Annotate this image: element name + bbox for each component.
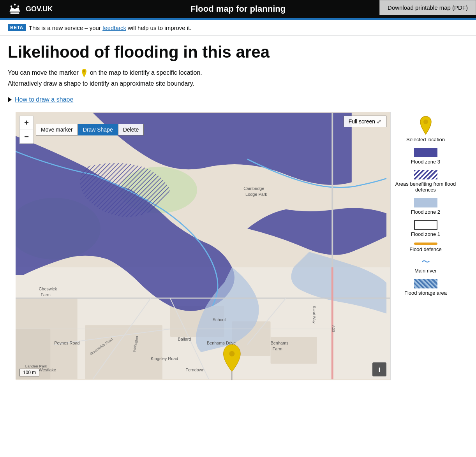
marker-icon-inline	[81, 69, 87, 77]
legend-flood-zone2: Flood zone 2	[395, 198, 457, 215]
beta-text: This is a new service – your feedback wi…	[29, 25, 192, 31]
legend-selected-location-label: Selected location	[406, 137, 445, 142]
svg-text:Kingsley Road: Kingsley Road	[151, 356, 178, 361]
info-button[interactable]: i	[372, 362, 386, 376]
flood-storage-swatch	[414, 279, 437, 288]
selected-location-marker	[418, 116, 434, 135]
draw-shape-link-row: How to draw a shape	[8, 96, 73, 103]
svg-point-19	[229, 351, 234, 357]
map-svg: Cambridge Lodge Park Cheswick Farm Poyne…	[16, 112, 390, 380]
description-line2: Alternatively draw a shape to identify a…	[8, 79, 468, 88]
action-row: How to draw a shape Download printable m…	[8, 90, 468, 109]
legend-main-river-label: Main river	[414, 268, 437, 274]
svg-text:Farm: Farm	[41, 292, 50, 297]
zoom-controls: + −	[19, 116, 33, 144]
map-section: Cambridge Lodge Park Cheswick Farm Poyne…	[16, 112, 460, 380]
delete-button[interactable]: Delete	[118, 124, 144, 135]
crown-icon	[8, 2, 22, 16]
svg-text:Meath: Meath	[27, 379, 39, 380]
legend-main-river: 〜 Main river	[395, 258, 457, 274]
svg-rect-5	[85, 325, 162, 379]
main-river-icon: 〜	[421, 258, 430, 266]
legend-flood-benefiting-label: Areas benefiting from flood defences	[395, 181, 457, 193]
legend-flood-benefiting: Areas benefiting from flood defences	[395, 170, 457, 193]
main-content: Likelihood of flooding in this area You …	[0, 35, 476, 380]
zoom-in-button[interactable]: +	[19, 116, 33, 130]
legend-flood-storage-label: Flood storage area	[404, 290, 447, 296]
svg-text:Benhams Drive: Benhams Drive	[207, 341, 236, 345]
map-legend: Selected location Flood zone 3 Areas ben…	[390, 112, 460, 380]
legend-flood-defence: Flood defence	[395, 243, 457, 252]
legend-flood-zone3-label: Flood zone 3	[411, 159, 440, 165]
scale-bar: 100 m	[19, 369, 39, 376]
zoom-out-button[interactable]: −	[19, 130, 33, 144]
page-title: Likelihood of flooding in this area	[8, 43, 468, 61]
svg-text:Farm: Farm	[273, 346, 282, 351]
svg-text:School: School	[213, 318, 226, 322]
svg-text:A23: A23	[331, 325, 336, 332]
flood-defence-swatch	[414, 243, 437, 245]
move-marker-button[interactable]: Move marker	[36, 124, 78, 135]
svg-text:Cheswick: Cheswick	[39, 287, 57, 291]
svg-text:Ballard: Ballard	[178, 337, 191, 341]
feedback-link[interactable]: feedback	[102, 25, 126, 31]
map-container[interactable]: Cambridge Lodge Park Cheswick Farm Poyne…	[16, 112, 390, 380]
svg-point-45	[423, 120, 428, 124]
gov-logo[interactable]: GOV.UK	[8, 2, 53, 16]
map-toolbar: + − Move marker Draw Shape Delete	[19, 116, 144, 144]
beta-banner: BETA This is a new service – your feedba…	[0, 20, 476, 35]
draw-shape-button[interactable]: Draw Shape	[78, 124, 118, 135]
flood-zone1-swatch	[414, 220, 437, 230]
legend-flood-zone1: Flood zone 1	[395, 220, 457, 237]
flood-zone2-swatch	[414, 198, 437, 207]
legend-flood-defence-label: Flood defence	[409, 246, 441, 252]
svg-text:Sarai Way: Sarai Way	[312, 306, 317, 323]
fullscreen-button[interactable]: Full screen ⤢	[344, 116, 386, 127]
page-header-title: Flood map for planning	[190, 4, 286, 14]
legend-flood-zone1-label: Flood zone 1	[411, 231, 440, 237]
svg-text:Poynes Road: Poynes Road	[54, 341, 79, 345]
legend-flood-zone2-label: Flood zone 2	[411, 209, 440, 215]
legend-selected-location: Selected location	[395, 116, 457, 142]
download-pdf-button[interactable]: Download printable map (PDF)	[379, 0, 476, 15]
legend-flood-storage: Flood storage area	[395, 279, 457, 296]
svg-text:Landen Park: Landen Park	[25, 364, 47, 369]
svg-text:Cambridge: Cambridge	[243, 186, 264, 191]
svg-text:Lodge Park: Lodge Park	[245, 192, 267, 197]
flood-benefiting-swatch	[414, 170, 437, 179]
triangle-icon	[8, 97, 12, 102]
flood-zone3-swatch	[414, 148, 437, 157]
svg-text:Ferndown: Ferndown	[185, 368, 204, 373]
beta-tag: BETA	[8, 24, 26, 31]
svg-text:Benhams: Benhams	[271, 341, 289, 345]
draw-shape-link[interactable]: How to draw a shape	[15, 96, 73, 103]
legend-flood-zone3: Flood zone 3	[395, 148, 457, 165]
description-line1: You can move the marker on the map to id…	[8, 68, 468, 77]
svg-point-0	[83, 70, 85, 72]
logo-text: GOV.UK	[26, 5, 53, 13]
